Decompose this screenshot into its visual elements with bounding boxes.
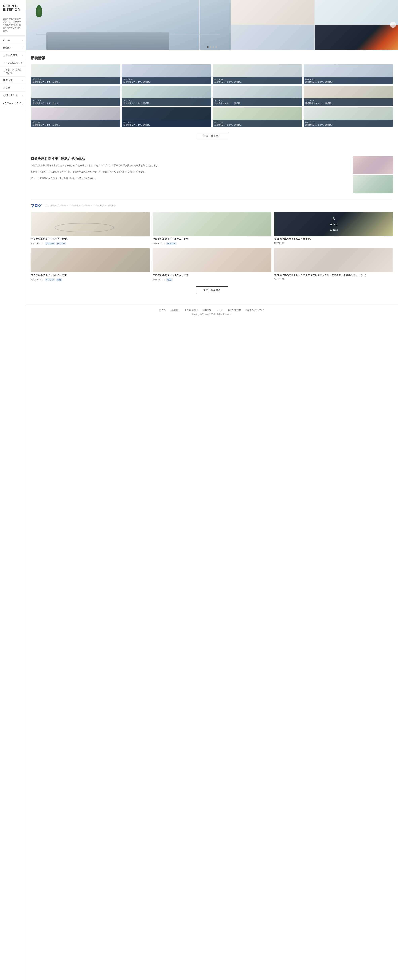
blog-card-3[interactable]: 6 13 14 15 20 21 22 ブログ記事のタイトルが入ります。 202… [274,212,393,245]
news-card-12-overlay: 2021.12.11 新着情報が入ります。新着情… [304,120,393,127]
news-card-12[interactable]: 2021.12.11 新着情報が入ります。新着情… [304,107,393,127]
sidebar-item-home[interactable]: ホーム › [0,37,25,44]
news-view-more-button[interactable]: 過去一覧を見る [196,132,228,140]
sidebar-item-news[interactable]: 新着情報 › [0,76,25,84]
news-view-more-wrap: 過去一覧を見る [31,132,393,140]
blog-card-5[interactable]: ブログ記事のタイトルが入ります。 2021.12.12 | 寝室 [153,248,271,282]
blog-card-4[interactable]: ブログ記事のタイトルが入ります。 2022.01.10 | キッチン 照明 [31,248,150,282]
news-card-12-title: 新着情報が入ります。新着情… [305,124,392,126]
news-card-8-overlay: 2022.01.04 新着情報が入ります。新着情… [304,99,393,106]
blog-tag-chair1[interactable]: チェアー [56,242,66,245]
blog-tag-chair2[interactable]: チェアー [166,242,177,245]
news-card-2-date: 2022.01.23 [123,78,210,80]
blog-header: ブログ ブログの概要ブログの概要ブログの概要ブログの概要ブログの概要ブログの概要 [31,203,393,208]
sidebar-logo: SAMPLE INTERIOR [0,4,25,16]
blog-tag-kitchen[interactable]: キッチン [45,278,55,282]
footer-link-home[interactable]: ホーム [159,308,166,311]
sidebar-item-faq[interactable]: よくある質問 › [0,52,25,59]
blog-card-5-date: 2021.12.12 [153,278,162,281]
hero-slider: › [26,0,398,50]
blog-card-1-image [31,212,150,236]
blog-grid: ブログ記事のタイトルが入ります。 2022.01.21 | ソファー チェアー … [31,212,393,282]
hero-dot-4[interactable] [215,46,217,48]
sidebar-item-blog-label: ブログ [3,86,10,89]
blog-card-3-image: 6 13 14 15 20 21 22 [274,212,393,236]
sidebar-item-delivery[interactable]: › 配送・お届けについて [0,67,25,76]
news-card-7[interactable]: 2022.01.07 新着情報が入ります。新着情… [213,86,302,106]
news-card-1[interactable]: 2022.02.28 新着情報が入ります。新着情… [31,64,120,84]
footer-link-shop[interactable]: 店舗紹介 [171,308,180,311]
news-card-8[interactable]: 2022.01.04 新着情報が入ります。新着情… [304,86,393,106]
feature-body-1: "都会の真ん中で暮らす家族にも木と触れ合い自然を感じて欲しい"をコンセプトに 世… [31,164,349,168]
news-card-8-title: 新着情報が入ります。新着情… [305,102,392,105]
footer-link-news[interactable]: 新着情報 [202,308,211,311]
sidebar-item-one-column-label: 1カラムレイアウト [3,101,22,108]
sidebar-item-one-column[interactable]: 1カラムレイアウト › [0,99,25,110]
news-card-4-overlay: 2022.01.21 新着情報が入ります。新着情… [304,77,393,84]
news-card-5-overlay: 2022.01.20 新着情報が入ります。新着情… [31,99,120,106]
sidebar-item-blog[interactable]: ブログ › [0,84,25,92]
sidebar-item-order[interactable]: › ご注文について [0,59,25,67]
blog-card-4-title: ブログ記事のタイトルが入ります。 [31,274,150,277]
blog-card-5-title: ブログ記事のタイトルが入ります。 [153,274,271,277]
blog-card-5-image [153,248,271,272]
main-content: › 新着情報 2022.02.28 新着情報が入ります。新着情… [26,0,398,980]
blog-card-3-meta: 2022.01.18 [274,242,393,244]
news-card-10-date: 2021.12.27 [123,121,210,123]
blog-card-3-date: 2022.01.18 [274,242,284,244]
footer-link-blog[interactable]: ブログ [217,308,223,311]
news-card-5-date: 2022.01.20 [32,100,119,102]
news-card-3-date: 2022.01.22 [214,78,301,80]
blog-card-6[interactable]: ブログ記事のタイトル（この上でダブルクリックをしてテキストを編集しましょう。） … [274,248,393,282]
news-card-6[interactable]: 2022.01.18 新着情報が入ります。新着情… [122,86,211,106]
blog-card-2[interactable]: ブログ記事のタイトルが入ります。 2022.01.21 | チェアー [153,212,271,245]
hero-dot-1[interactable] [207,46,209,48]
order-dot-icon: › [4,62,5,64]
footer-link-one-column[interactable]: 1カラムレイアウト [246,308,265,311]
feature-image-1 [353,156,393,174]
footer-link-faq[interactable]: よくある質問 [185,308,197,311]
news-card-4-title: 新着情報が入ります。新着情… [305,81,392,83]
news-card-11-date: 2021.12.13 [214,121,301,123]
blog-card-1-meta: 2022.01.21 | ソファー チェアー [31,242,150,245]
blog-tag-sofa[interactable]: ソファー [45,242,55,245]
footer-link-contact[interactable]: お問い合わせ [228,308,241,311]
feature-body-2: 初めて一人暮らし、結婚して家族ができ、子供が生まれてからもずっと一緒に居たくなる… [31,170,349,174]
hero-dot-3[interactable] [213,46,214,48]
hero-right-panel [231,0,398,50]
blog-tag-lighting[interactable]: 照明 [56,278,62,282]
news-card-8-date: 2022.01.04 [305,100,392,102]
meta-divider-4: | [42,278,43,281]
sidebar-item-contact-label: お問い合わせ [3,94,18,97]
news-card-3-title: 新着情報が入ります。新着情… [214,81,301,83]
news-card-10[interactable]: 2021.12.27 新着情報が入ります。新着情… [122,107,211,127]
news-card-2[interactable]: 2022.01.23 新着情報が入ります。新着情… [122,64,211,84]
one-column-arrow-icon: › [22,103,23,106]
news-card-12-date: 2021.12.11 [305,121,392,123]
sidebar-item-shop[interactable]: 店舗紹介 › [0,44,25,52]
blog-card-2-title: ブログ記事のタイトルが入ります。 [153,237,271,241]
news-card-11-title: 新着情報が入ります。新着情… [214,124,301,126]
blog-tag-bedroom[interactable]: 寝室 [166,278,172,282]
news-card-3[interactable]: 2022.01.22 新着情報が入ります。新着情… [213,64,302,84]
news-card-4[interactable]: 2022.01.21 新着情報が入ります。新着情… [304,64,393,84]
home-arrow-icon: › [22,39,23,41]
blog-card-1[interactable]: ブログ記事のタイトルが入ります。 2022.01.21 | ソファー チェアー [31,212,150,245]
news-card-5[interactable]: 2022.01.20 新着情報が入ります。新着情… [31,86,120,106]
hero-next-button[interactable]: › [390,22,396,28]
sidebar-item-contact[interactable]: お問い合わせ › [0,92,25,99]
blog-section-title: ブログ [31,203,41,208]
hero-dot-2[interactable] [210,46,211,48]
news-card-10-overlay: 2021.12.27 新着情報が入ります。新着情… [122,120,211,127]
feature-body-3: 是非、一度店舗に足を運び、肌で自然の温もりを感じてください。 [31,177,349,180]
blog-view-more-button[interactable]: 過去一覧を見る [196,286,228,294]
news-grid: 2022.02.28 新着情報が入ります。新着情… 2022.01.23 新着情… [31,64,393,127]
feature-text: 自然を感じ寄り添う家具がある生活 "都会の真ん中で暮らす家族にも木と触れ合い自然… [31,156,349,183]
news-card-9[interactable]: 2022.01.02 新着情報が入ります。新着情… [31,107,120,127]
news-card-1-date: 2022.02.28 [32,78,119,80]
blog-card-4-image [31,248,150,272]
news-card-11[interactable]: 2021.12.13 新着情報が入ります。新着情… [213,107,302,127]
blog-card-4-tags: キッチン 照明 [45,278,62,282]
news-arrow-icon: › [22,79,23,81]
news-card-6-title: 新着情報が入ります。新着情… [123,102,210,105]
